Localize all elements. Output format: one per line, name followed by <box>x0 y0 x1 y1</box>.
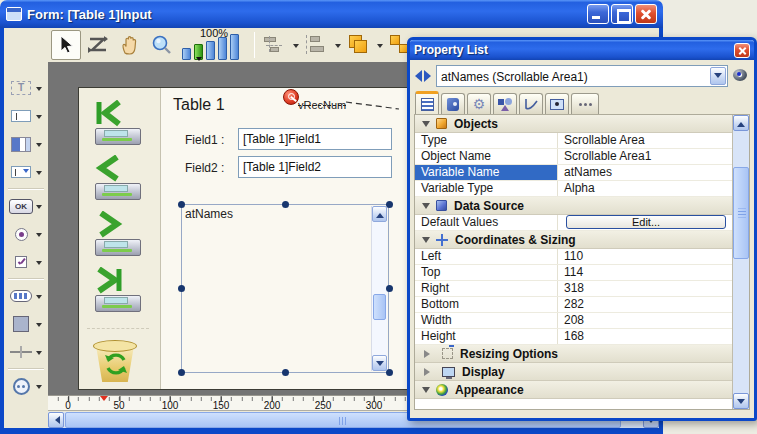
grid-scroll-down-button[interactable] <box>733 393 749 409</box>
scroll-up-button[interactable] <box>372 206 387 222</box>
minimize-button[interactable] <box>587 4 609 24</box>
edit-default-values-button[interactable]: Edit... <box>566 215 726 229</box>
scrollbar-thumb[interactable] <box>373 294 386 320</box>
section-appearance[interactable]: Appearance <box>415 381 732 399</box>
first-record-button[interactable] <box>91 100 147 150</box>
checkbox-tool-dropdown[interactable] <box>36 261 42 268</box>
property-row-left[interactable]: Left 110 <box>415 249 732 265</box>
scroll-down-button[interactable] <box>372 355 387 371</box>
property-row-height[interactable]: Height 168 <box>415 329 732 345</box>
toolbox-checkbox-tool[interactable] <box>5 248 47 276</box>
tab-display[interactable] <box>545 93 569 114</box>
tabstrip-tool-dropdown[interactable] <box>36 295 42 302</box>
toolbox-tabstrip-tool[interactable] <box>5 282 47 310</box>
combo-tool-dropdown[interactable] <box>36 171 42 178</box>
line-tool-dropdown[interactable] <box>36 351 42 358</box>
maximize-button[interactable] <box>611 4 633 24</box>
tab-settings[interactable]: ⚙ <box>467 93 491 114</box>
zoom-bar-xlarge[interactable] <box>230 34 239 60</box>
tab-objects[interactable] <box>493 93 517 114</box>
zoom-tool-button[interactable] <box>147 30 177 60</box>
zoom-bar-small[interactable] <box>182 48 191 60</box>
selection-handle-sw[interactable] <box>178 369 185 376</box>
tab-order-tool-button[interactable] <box>83 30 113 60</box>
preview-eye-button[interactable] <box>732 68 750 84</box>
pan-tool-button[interactable] <box>115 30 145 60</box>
tab-properties[interactable] <box>415 91 439 114</box>
section-objects[interactable]: Objects <box>415 115 732 133</box>
close-button[interactable] <box>635 4 657 24</box>
radio-tool-dropdown[interactable] <box>36 233 42 240</box>
dropdown-button[interactable] <box>710 67 726 85</box>
toolbox-field-tool[interactable] <box>5 102 47 130</box>
section-data-source[interactable]: Data Source <box>415 197 732 215</box>
selection-handle-w[interactable] <box>178 285 185 292</box>
button-tool-dropdown[interactable] <box>36 205 42 212</box>
toolbox-rectangle-tool[interactable] <box>5 310 47 338</box>
expand-arrow-icon[interactable] <box>424 368 434 376</box>
layer-order-button[interactable] <box>344 30 374 60</box>
field-tool-dropdown[interactable] <box>36 115 42 122</box>
pushpin-icon[interactable] <box>283 89 299 105</box>
property-row-right[interactable]: Right 318 <box>415 281 732 297</box>
zoom-bar-current[interactable] <box>194 44 203 60</box>
object-prev-next-buttons[interactable] <box>414 69 432 83</box>
last-record-button[interactable] <box>91 267 147 317</box>
form-being-designed[interactable]: Table 1 vRecNum Field1 : [Table 1]Field1… <box>78 87 418 390</box>
selection-handle-nw[interactable] <box>178 201 185 208</box>
collapse-arrow-icon[interactable] <box>422 387 430 397</box>
expand-arrow-icon[interactable] <box>424 350 434 358</box>
property-list-close-button[interactable] <box>734 43 750 58</box>
field2-textbox[interactable]: [Table 1]Field2 <box>238 156 392 178</box>
tab-data[interactable] <box>441 93 465 114</box>
property-row-bottom[interactable]: Bottom 282 <box>415 297 732 313</box>
toolbox-ellipse-tool[interactable] <box>5 372 47 400</box>
section-resizing-options[interactable]: Resizing Options <box>415 345 732 363</box>
zoom-level-selector[interactable]: 100% <box>182 29 246 61</box>
tab-more[interactable] <box>571 93 599 114</box>
property-row-variable-name[interactable]: Variable Name atNames <box>415 165 732 181</box>
property-list-titlebar[interactable]: Property List <box>410 40 754 60</box>
zoom-bar-large[interactable] <box>218 37 227 60</box>
grid-scroll-up-button[interactable] <box>733 115 749 131</box>
tab-events[interactable] <box>519 93 543 114</box>
toolbox-combo-tool[interactable] <box>5 158 47 186</box>
property-row-top[interactable]: Top 114 <box>415 265 732 281</box>
property-row-width[interactable]: Width 208 <box>415 313 732 329</box>
layer-dropdown-arrow[interactable] <box>377 44 383 51</box>
selection-handle-e[interactable] <box>386 285 393 292</box>
collapse-arrow-icon[interactable] <box>422 121 430 131</box>
align-dropdown-arrow[interactable] <box>293 44 299 51</box>
property-row-variable-type[interactable]: Variable Type Alpha <box>415 181 732 197</box>
field1-textbox[interactable]: [Table 1]Field1 <box>238 128 392 150</box>
section-coordinates-sizing[interactable]: Coordinates & Sizing <box>415 231 732 249</box>
section-display[interactable]: Display <box>415 363 732 381</box>
grid-scrollbar-thumb[interactable] <box>733 167 749 259</box>
scrollable-area-object[interactable]: atNames <box>181 204 389 373</box>
rectangle-tool-dropdown[interactable] <box>36 323 42 330</box>
hscroll-left-button[interactable] <box>48 412 64 428</box>
list-tool-dropdown[interactable] <box>36 143 42 150</box>
align-tool-button[interactable] <box>260 30 290 60</box>
distribute-tool-button[interactable] <box>302 30 332 60</box>
scrollable-area-scrollbar[interactable] <box>371 206 387 371</box>
previous-record-button[interactable] <box>91 155 147 205</box>
delete-record-button[interactable] <box>91 338 141 384</box>
object-selector-dropdown[interactable]: atNames (Scrollable Area1) <box>436 65 728 87</box>
selection-handle-se[interactable] <box>386 369 393 376</box>
distribute-dropdown-arrow[interactable] <box>335 44 341 51</box>
selection-handle-ne[interactable] <box>386 201 393 208</box>
selection-handle-n[interactable] <box>282 201 289 208</box>
next-record-button[interactable] <box>91 211 147 261</box>
text-tool-dropdown[interactable] <box>36 87 42 94</box>
property-row-object-name[interactable]: Object Name Scrollable Area1 <box>415 149 732 165</box>
property-row-default-values[interactable]: Default Values Edit... <box>415 215 732 231</box>
toolbox-radio-tool[interactable] <box>5 220 47 248</box>
collapse-arrow-icon[interactable] <box>422 203 430 213</box>
toolbox-list-tool[interactable] <box>5 130 47 158</box>
select-tool-button[interactable] <box>51 30 81 60</box>
zoom-bar-medium[interactable] <box>206 41 215 60</box>
selection-handle-s[interactable] <box>282 369 289 376</box>
ellipse-tool-dropdown[interactable] <box>36 385 42 392</box>
toolbox-button-tool[interactable]: OK <box>5 192 47 220</box>
